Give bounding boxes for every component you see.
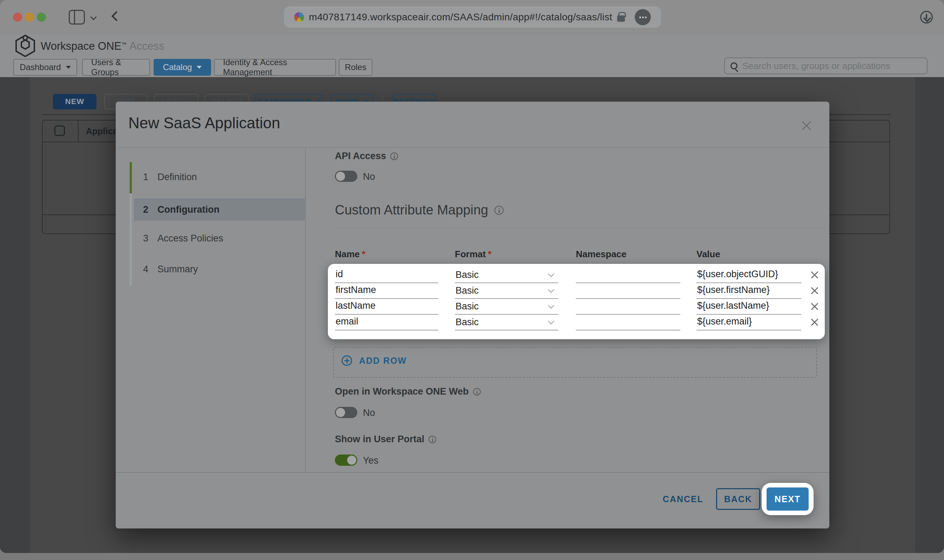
- required-marker: *: [362, 249, 366, 259]
- new-button[interactable]: NEW: [53, 94, 96, 109]
- step-complete-indicator: [130, 162, 132, 194]
- search-icon: [730, 62, 737, 69]
- info-icon: [473, 388, 481, 395]
- lock-icon: [617, 15, 625, 22]
- global-search-input[interactable]: Search users, groups or applications: [724, 57, 927, 74]
- zoom-window-button[interactable]: [37, 12, 46, 22]
- column-header-value: Value: [696, 249, 720, 260]
- chevron-down-icon: [548, 271, 554, 277]
- open-in-web-value: No: [363, 408, 375, 418]
- modal-header-divider: [116, 147, 829, 148]
- value-input[interactable]: [696, 268, 801, 283]
- add-row-dropzone: ADD ROW: [333, 347, 817, 378]
- toggle-knob: [336, 172, 345, 181]
- format-select[interactable]: Basic: [455, 315, 558, 331]
- api-access-toggle[interactable]: [335, 171, 357, 182]
- open-in-web-toggle[interactable]: [335, 407, 357, 418]
- api-access-value: No: [363, 171, 375, 182]
- tab-dashboard[interactable]: Dashboard: [13, 59, 77, 76]
- browser-window: m407817149.workspaceair.com/SAAS/admin/a…: [0, 0, 944, 553]
- chevron-down-icon: [548, 318, 554, 324]
- close-icon[interactable]: [801, 120, 813, 132]
- column-header-format: Format*: [455, 249, 491, 260]
- step-access-policies[interactable]: 3 Access Policies: [143, 229, 298, 247]
- value-input[interactable]: [696, 315, 801, 331]
- chevron-down-icon: [548, 286, 554, 292]
- modal-footer-divider: [116, 472, 829, 473]
- toggle-knob: [336, 408, 345, 417]
- caret-down-icon: [197, 66, 202, 69]
- format-select[interactable]: Basic: [455, 268, 558, 283]
- back-button[interactable]: BACK: [716, 488, 760, 510]
- attribute-row: Basic: [328, 315, 825, 331]
- url-bar[interactable]: m407817149.workspaceair.com/SAAS/admin/a…: [284, 6, 661, 28]
- tab-roles[interactable]: Roles: [339, 59, 372, 76]
- close-window-button[interactable]: [13, 12, 22, 22]
- attribute-row: Basic: [328, 283, 825, 299]
- site-favicon-icon: [294, 12, 304, 22]
- add-row-button[interactable]: ADD ROW: [342, 355, 407, 366]
- tab-users-groups[interactable]: Users & Groups: [82, 59, 150, 76]
- name-input[interactable]: [335, 283, 438, 299]
- url-text: m407817149.workspaceair.com/SAAS/admin/a…: [309, 12, 612, 23]
- format-select[interactable]: Basic: [455, 299, 558, 315]
- search-placeholder: Search users, groups or applications: [742, 61, 890, 71]
- ellipsis-icon[interactable]: [635, 9, 651, 25]
- modal-footer-actions: CANCEL BACK NEXT: [659, 483, 814, 515]
- steps-panel-divider: [305, 148, 306, 472]
- caret-down-icon: [66, 66, 71, 69]
- delete-row-icon[interactable]: [810, 286, 819, 295]
- show-in-portal-toggle[interactable]: [335, 454, 357, 466]
- custom-attribute-mapping-heading: Custom Attribute Mapping: [335, 203, 504, 218]
- step-summary[interactable]: 4 Summary: [143, 260, 298, 278]
- screen: m407817149.workspaceair.com/SAAS/admin/a…: [0, 0, 944, 560]
- select-all-checkbox[interactable]: [54, 125, 65, 136]
- modal-title: New SaaS Application: [128, 114, 280, 132]
- chevron-down-icon[interactable]: [90, 14, 96, 20]
- delete-row-icon[interactable]: [810, 270, 819, 279]
- chevron-down-icon: [548, 302, 554, 308]
- attribute-row: Basic: [328, 268, 825, 283]
- sidebar-icon[interactable]: [69, 10, 85, 25]
- delete-row-icon[interactable]: [810, 302, 819, 311]
- toggle-knob: [347, 455, 356, 465]
- api-access-label: API Access: [335, 151, 398, 162]
- namespace-input[interactable]: [576, 299, 680, 315]
- new-saas-application-modal: New SaaS Application 1 Definition 2 Conf…: [116, 102, 829, 528]
- table-column-divider: [78, 120, 79, 142]
- name-input[interactable]: [335, 268, 438, 283]
- namespace-input[interactable]: [576, 283, 680, 299]
- attribute-rows-spotlight: Basic Basic: [328, 264, 825, 339]
- browser-toolbar: m407817149.workspaceair.com/SAAS/admin/a…: [0, 0, 944, 34]
- tab-identity-access-management[interactable]: Identity & Access Management: [214, 59, 336, 76]
- tab-catalog[interactable]: Catalog: [154, 59, 211, 76]
- value-input[interactable]: [696, 283, 801, 299]
- next-button-spotlight: NEXT: [762, 483, 814, 515]
- format-select[interactable]: Basic: [455, 283, 558, 299]
- main-nav: Dashboard Users & Groups Catalog Identit…: [0, 57, 944, 77]
- minimize-window-button[interactable]: [25, 12, 34, 22]
- workspace-one-logo: [14, 34, 37, 57]
- plus-icon: [342, 355, 352, 366]
- back-icon[interactable]: [111, 11, 121, 21]
- step-configuration[interactable]: 2 Configuration: [143, 201, 298, 218]
- required-marker: *: [488, 249, 491, 259]
- app-header: Workspace ONE™ Access New Navigation She…: [0, 34, 944, 57]
- info-icon: [429, 435, 436, 443]
- downloads-icon[interactable]: [920, 11, 933, 23]
- show-in-portal-label: Show in User Portal: [335, 434, 436, 445]
- name-input[interactable]: [335, 299, 438, 315]
- namespace-input[interactable]: [576, 315, 680, 331]
- step-definition[interactable]: 1 Definition: [143, 168, 298, 186]
- info-icon: [390, 152, 398, 160]
- info-icon: [494, 206, 504, 215]
- value-input[interactable]: [696, 299, 801, 315]
- delete-row-icon[interactable]: [810, 317, 819, 327]
- cancel-button[interactable]: CANCEL: [659, 494, 707, 504]
- mapping-divider: [335, 228, 825, 228]
- next-button[interactable]: NEXT: [767, 488, 809, 511]
- name-input[interactable]: [335, 315, 438, 331]
- attribute-row: Basic: [328, 299, 825, 315]
- namespace-input[interactable]: [576, 268, 680, 283]
- open-in-web-label: Open in Workspace ONE Web: [335, 386, 481, 397]
